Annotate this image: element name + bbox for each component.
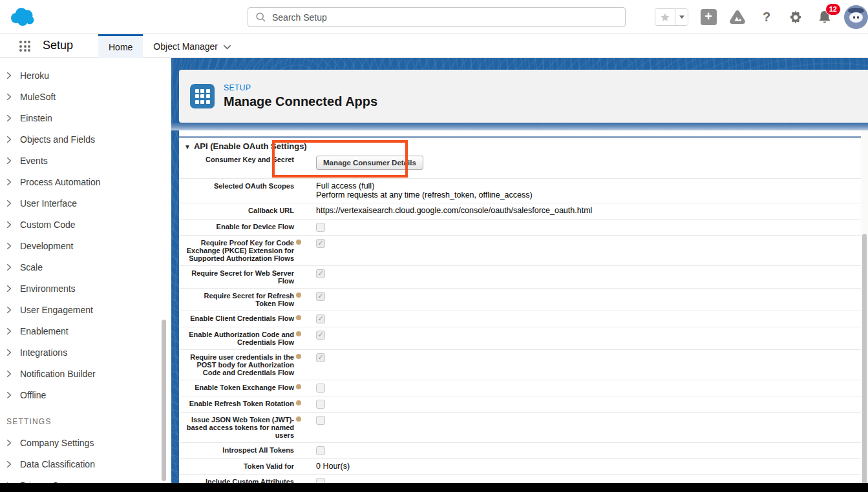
setting-label: Issue JSON Web Token (JWT)-based access … xyxy=(184,416,294,439)
breadcrumb: SETUP xyxy=(224,83,377,92)
help-button[interactable]: ? xyxy=(757,8,776,27)
question-mark-icon: ? xyxy=(763,10,770,25)
chevron-right-icon xyxy=(6,349,12,356)
nav-tabs: HomeObject Manager xyxy=(98,34,242,57)
setting-label: Require user credentials in the POST bod… xyxy=(184,353,294,376)
chevron-right-icon xyxy=(6,178,12,186)
setting-row-selected-oauth-scopes: Selected OAuth ScopesFull access (full)P… xyxy=(179,179,861,203)
setting-value xyxy=(294,446,325,455)
require-secret-for-refresh-token-flow-checkbox[interactable]: ✓ xyxy=(316,292,325,301)
sidebar-item-mulesoft[interactable]: MuleSoft xyxy=(0,86,171,107)
require-secret-for-web-server-flow-checkbox[interactable]: ✓ xyxy=(316,269,325,278)
sidebar-item-user-interface[interactable]: User Interface xyxy=(0,192,171,214)
setting-value xyxy=(294,416,325,425)
sidebar-item-label: User Engagement xyxy=(20,305,93,315)
sidebar-item-offline[interactable]: Offline xyxy=(0,384,171,405)
sidebar-item-notification-builder[interactable]: Notification Builder xyxy=(0,363,171,384)
sidebar-item-objects-and-fields[interactable]: Objects and Fields xyxy=(0,128,171,150)
enable-for-device-flow-checkbox[interactable] xyxy=(316,223,325,232)
favorites-star-button[interactable] xyxy=(655,9,675,25)
issue-json-web-token-jwt-based-access-to-checkbox[interactable] xyxy=(316,416,325,425)
sidebar-item-label: Enablement xyxy=(20,326,69,336)
main-scrollbar-track[interactable] xyxy=(861,130,868,492)
sidebar-item-label: Development xyxy=(20,241,74,251)
search-icon xyxy=(256,12,266,22)
notifications-button[interactable]: 12 xyxy=(815,8,834,27)
sidebar-item-events[interactable]: Events xyxy=(0,150,171,171)
search-setup-input[interactable] xyxy=(248,7,626,27)
section-header-api-oauth[interactable]: ▼API (Enable OAuth Settings) xyxy=(179,138,861,152)
gear-icon xyxy=(788,10,803,25)
sidebar-item-label: Custom Code xyxy=(20,220,76,230)
sidebar-item-company-settings[interactable]: Company Settings xyxy=(0,432,171,453)
setting-row-enable-refresh-token-rotation: Enable Refresh Token Rotation xyxy=(179,396,861,413)
search-input[interactable] xyxy=(272,12,625,23)
enable-authorization-code-and-credential-checkbox[interactable]: ✓ xyxy=(316,331,325,340)
setting-row-enable-for-device-flow: Enable for Device Flow xyxy=(179,220,861,236)
sidebar-item-custom-code[interactable]: Custom Code xyxy=(0,214,171,235)
value-text: Perform requests at any time (refresh_to… xyxy=(316,191,533,200)
sidebar-item-integrations[interactable]: Integrations xyxy=(0,342,171,363)
setting-value: ✓ xyxy=(294,314,325,323)
setting-value xyxy=(294,400,325,409)
value-text: Full access (full) xyxy=(316,182,533,191)
chevron-right-icon xyxy=(6,200,12,207)
setting-value xyxy=(294,384,325,393)
setting-label: Require Proof Key for Code Exchange (PKC… xyxy=(184,239,294,262)
chevron-right-icon xyxy=(6,242,12,250)
setting-label: Require Secret for Web Server Flow xyxy=(184,269,294,285)
sidebar-item-label: Integrations xyxy=(20,347,67,358)
user-avatar[interactable] xyxy=(844,5,868,29)
tab-object-manager[interactable]: Object Manager xyxy=(143,34,242,58)
setting-value: ✓ xyxy=(294,292,325,301)
main-scrollbar-thumb[interactable] xyxy=(862,234,867,486)
chevron-right-icon xyxy=(6,72,12,79)
app-launcher-waffle-icon[interactable] xyxy=(19,41,30,52)
setup-button[interactable] xyxy=(786,8,805,27)
manage-consumer-details-button[interactable]: Manage Consumer Details xyxy=(316,156,423,170)
setting-value: Full access (full)Perform requests at an… xyxy=(294,182,533,200)
chevron-right-icon xyxy=(6,391,12,399)
chevron-right-icon xyxy=(6,327,12,335)
require-proof-key-for-code-exchange-pkce-checkbox[interactable]: ✓ xyxy=(316,239,325,248)
chevron-right-icon xyxy=(6,157,12,165)
setting-row-require-secret-for-web-server-flow: Require Secret for Web Server Flow✓ xyxy=(179,266,861,289)
introspect-all-tokens-checkbox[interactable] xyxy=(316,446,325,455)
setting-label: Callback URL xyxy=(184,207,294,214)
tab-home[interactable]: Home xyxy=(98,34,143,58)
bottom-black-bar xyxy=(0,483,868,492)
chevron-right-icon xyxy=(6,306,12,314)
sidebar-item-data-classification[interactable]: Data Classification xyxy=(0,453,171,475)
sidebar-item-scale[interactable]: Scale xyxy=(0,256,171,278)
trailhead-help-button[interactable] xyxy=(728,8,747,27)
salesforce-logo[interactable] xyxy=(8,5,36,32)
require-user-credentials-in-the-post-bod-checkbox[interactable]: ✓ xyxy=(316,353,325,362)
sidebar-scrollbar[interactable] xyxy=(162,320,166,481)
enable-token-exchange-flow-checkbox[interactable] xyxy=(316,384,325,393)
sidebar-item-user-engagement[interactable]: User Engagement xyxy=(0,299,171,320)
sidebar-item-einstein[interactable]: Einstein xyxy=(0,107,171,128)
sidebar-item-label: Events xyxy=(20,156,48,166)
sidebar-item-environments[interactable]: Environments xyxy=(0,278,171,299)
sidebar-item-process-automation[interactable]: Process Automation xyxy=(0,171,171,192)
setting-row-callback-url: Callback URLhttps://vertexaisearch.cloud… xyxy=(179,203,861,220)
chevron-right-icon xyxy=(6,136,12,143)
plus-icon: + xyxy=(701,9,717,25)
favorites-dropdown-button[interactable] xyxy=(675,9,688,25)
sidebar-item-label: Notification Builder xyxy=(20,369,96,379)
sidebar-item-enablement[interactable]: Enablement xyxy=(0,320,171,342)
setting-label: Token Valid for xyxy=(184,462,294,470)
setting-value: ✓ xyxy=(294,353,325,362)
enable-client-credentials-flow-checkbox[interactable]: ✓ xyxy=(316,314,325,323)
sidebar-item-heroku[interactable]: Heroku xyxy=(0,65,171,86)
sidebar-item-development[interactable]: Development xyxy=(0,235,171,256)
setting-value: https://vertexaisearch.cloud.google.com/… xyxy=(294,207,592,216)
main-content-area: SETUP Manage Connected Apps ▼API (Enable… xyxy=(171,58,868,492)
setting-label: Enable Client Credentials Flow xyxy=(184,314,294,322)
setting-value: 0 Hour(s) xyxy=(294,462,350,471)
enable-refresh-token-rotation-checkbox[interactable] xyxy=(316,400,325,409)
quick-add-button[interactable]: + xyxy=(699,8,718,27)
setting-label: Require Secret for Refresh Token Flow xyxy=(184,292,294,307)
setting-label: Enable Token Exchange Flow xyxy=(184,384,294,391)
setup-sidebar: HerokuMuleSoftEinsteinObjects and Fields… xyxy=(0,58,171,492)
